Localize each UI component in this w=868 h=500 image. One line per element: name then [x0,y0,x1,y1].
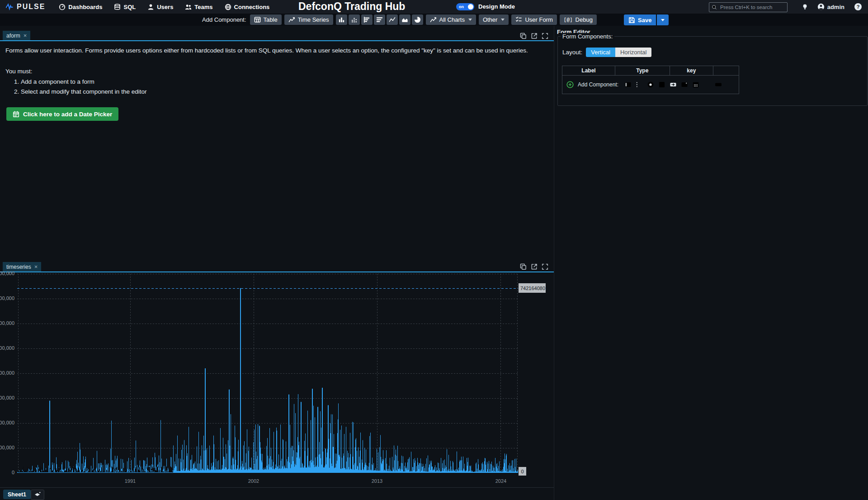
help-icon[interactable]: ? [854,3,862,10]
area-chart-icon [401,16,408,23]
close-icon[interactable]: × [34,263,38,270]
duplicate-icon[interactable] [520,263,527,270]
horizontal-bar-chart-button[interactable] [361,14,373,25]
checkbox-icon[interactable] [658,81,665,88]
x-axis-tick: 1991 [121,478,139,484]
floppy-disk-icon [628,17,635,24]
user-avatar-icon[interactable] [817,3,825,10]
timeseries-chart-canvas[interactable] [17,274,518,473]
navbar-right-cluster: admin ? [802,0,868,14]
add-date-picker-button[interactable]: Click here to add a Date Picker [6,107,118,121]
zero-value-label: 0 [519,467,526,476]
tab-timeseries[interactable]: timeseries × [3,262,41,271]
table-icon [254,16,261,23]
save-button-group: Save [624,14,669,25]
combobox-icon[interactable] [624,81,632,88]
globe-icon [225,4,231,10]
open-external-icon[interactable] [531,33,538,39]
debug-button[interactable]: [@] Debug [560,14,597,25]
stacked-lines-chart-icon [376,16,383,23]
chevron-down-icon [501,19,505,21]
page-title: DefconQ Trading Hub [298,0,405,13]
nav-item-sql[interactable]: SQL [114,4,136,10]
user-form-button[interactable]: User Form [511,14,557,25]
layout-horizontal-button[interactable]: Horizontal [615,48,652,57]
global-search[interactable] [709,2,788,12]
debug-brackets-icon: [@] [564,17,573,23]
layout-selector-row: Layout: Vertical Horizontal [562,48,651,57]
y-axis-tick: 100,000,000 [0,445,15,451]
nav-item-connections[interactable]: Connections [225,4,270,10]
form-components-legend: Form Components: [561,33,614,40]
aform-panel-underline [0,40,554,41]
nav-item-teams[interactable]: Teams [185,4,212,10]
timeseries-panel-controls [520,263,548,270]
sheet-tab-sheet1[interactable]: Sheet1 [3,490,31,499]
duplicate-icon[interactable] [520,33,527,39]
column-header-key: key [670,66,713,76]
pie-chart-button[interactable] [412,14,423,25]
add-sheet-button[interactable] [31,490,44,500]
chevron-down-icon [468,19,472,21]
y-axis-tick: 400,000,000 [0,370,15,376]
nav-item-dashboards[interactable]: Dashboards [59,4,102,10]
nav-item-users[interactable]: Users [147,4,173,10]
table-header-row: Label Type key [562,66,739,76]
column-chart-button[interactable] [336,14,347,25]
lightbulb-icon[interactable] [802,4,808,10]
add-component-group: Add Component: Table Time Series [202,14,597,25]
gauge-icon [59,4,66,10]
stacked-lines-chart-button[interactable] [374,14,385,25]
username-label[interactable]: admin [827,4,844,10]
form-steps-list: Add a component to a form Select and mod… [0,77,146,97]
save-button[interactable]: Save [624,14,656,25]
form-components-fieldset: Form Components: Layout: Vertical Horizo… [557,36,868,106]
form-intro-text: Forms allow user interaction. Forms prov… [5,47,539,55]
search-input[interactable] [719,4,784,10]
list-icon[interactable] [636,81,643,88]
other-dropdown[interactable]: Other [479,14,509,25]
button-icon[interactable] [670,81,677,88]
layout-label: Layout: [562,49,582,56]
save-dropdown-button[interactable] [657,14,669,25]
date-picker-icon[interactable] [692,81,699,88]
chevron-down-icon [661,19,665,21]
time-series-icon [288,16,295,23]
column-chart-icon [338,16,345,23]
add-component-label: Add Component: [202,16,246,23]
plus-circle-icon[interactable] [566,81,574,88]
line-chart-button[interactable] [387,14,398,25]
slider-icon[interactable] [703,81,711,88]
y-axis-tick: 700,000,000 [0,295,15,302]
max-value-marker-label: 742164080 [519,283,546,293]
add-table-button[interactable]: Table [250,14,282,25]
tab-aform[interactable]: aform × [3,31,30,40]
horizontal-bar-chart-icon [363,16,370,23]
add-component-label: Add Component: [578,81,618,88]
design-mode-toggle[interactable]: on [456,3,474,10]
dot-column-chart-icon [351,16,358,23]
form-components-table: Label Type key Add Component: [562,66,739,94]
layout-vertical-button[interactable]: Vertical [586,48,615,57]
radio-icon[interactable] [647,81,654,88]
pulse-logo[interactable]: PULSE [5,3,45,11]
add-time-series-button[interactable]: Time Series [284,14,333,25]
dot-column-chart-button[interactable] [349,14,360,25]
y-axis-tick: 800,000,000 [0,271,15,277]
toggle-state-label: on [459,5,464,9]
chart-type-button-group [336,14,423,25]
close-icon[interactable]: × [24,32,27,39]
text-field-icon[interactable] [715,81,722,88]
all-charts-dropdown[interactable]: All Charts [426,14,476,25]
aform-panel-controls [520,33,548,39]
text-input-icon[interactable] [681,81,688,88]
y-axis-tick: 200,000,000 [0,420,15,426]
fullscreen-icon[interactable] [542,33,548,39]
area-chart-button[interactable] [399,14,410,25]
fullscreen-icon[interactable] [542,263,548,270]
y-axis-tick: 300,000,000 [0,395,15,401]
column-header-type: Type [615,66,670,76]
toggle-knob [468,4,473,10]
open-external-icon[interactable] [531,263,538,270]
pie-chart-icon [414,16,421,23]
